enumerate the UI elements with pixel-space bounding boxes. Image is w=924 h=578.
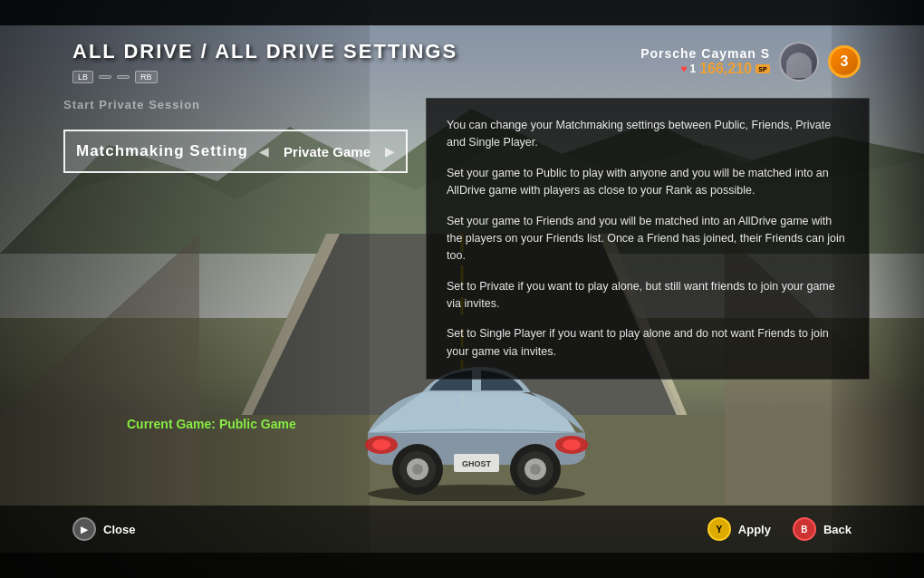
car-credits: ♥ 1 166,210 SP xyxy=(640,61,770,77)
header: ALL DRIVE / ALL DRIVE SETTINGS LB RB Por… xyxy=(0,25,924,98)
rb-hint: RB xyxy=(135,71,158,83)
apply-button[interactable]: Y Apply xyxy=(707,517,771,541)
credits-icon: SP xyxy=(756,64,770,73)
like-number: 1 xyxy=(689,63,696,75)
level-badge: 3 xyxy=(828,45,861,78)
lb-hint: LB xyxy=(72,71,93,83)
like-count: ♥ 1 xyxy=(680,63,696,75)
bottom-controls: ▶ Close Y Apply B Back xyxy=(0,506,924,553)
apply-btn-label: Apply xyxy=(738,523,771,536)
page-title: ALL DRIVE / ALL DRIVE SETTINGS xyxy=(72,40,457,63)
close-btn-icon: ▶ xyxy=(72,517,96,541)
main-content: Start Private Session Matchmaking Settin… xyxy=(63,98,870,506)
back-btn-label: Back xyxy=(823,523,852,536)
right-controls: Y Apply B Back xyxy=(707,517,852,541)
info-paragraph-4: Set to Private if you want to play alone… xyxy=(447,278,849,313)
top-bar xyxy=(0,0,924,25)
back-button[interactable]: B Back xyxy=(793,517,852,541)
current-game-label: Current Game: Public Game xyxy=(127,417,296,431)
start-session-label: Start Private Session xyxy=(63,98,408,111)
credits-amount: 166,210 xyxy=(699,61,752,77)
hint-box-1 xyxy=(99,75,111,79)
setting-value: Private Game xyxy=(284,144,371,159)
back-btn-icon: B xyxy=(793,517,816,541)
close-btn-symbol: ▶ xyxy=(81,525,88,535)
info-paragraph-1: You can change your Matchmaking settings… xyxy=(447,117,849,152)
arrow-right-btn[interactable]: ▶ xyxy=(385,144,395,159)
heart-icon: ♥ xyxy=(680,63,687,75)
apply-btn-icon: Y xyxy=(707,517,731,541)
info-panel: You can change your Matchmaking settings… xyxy=(426,98,870,380)
player-info: Porsche Cayman S ♥ 1 166,210 SP 3 xyxy=(640,42,861,82)
car-name-area: Porsche Cayman S ♥ 1 166,210 SP xyxy=(640,46,770,77)
close-button[interactable]: ▶ Close xyxy=(72,517,135,541)
button-hints: LB RB xyxy=(72,71,457,83)
info-paragraph-3: Set your game to Friends and you will be… xyxy=(447,213,849,265)
hint-box-2 xyxy=(117,75,130,79)
arrow-left-btn[interactable]: ◀ xyxy=(259,144,269,159)
setting-label: Matchmaking Setting xyxy=(76,142,259,160)
info-paragraph-2: Set your game to Public to play with any… xyxy=(447,165,849,200)
setting-row: Matchmaking Setting ◀ Private Game ▶ xyxy=(63,130,408,173)
close-btn-label: Close xyxy=(103,523,135,536)
car-name: Porsche Cayman S xyxy=(640,46,770,61)
header-left: ALL DRIVE / ALL DRIVE SETTINGS LB RB xyxy=(72,40,457,83)
apply-btn-symbol: Y xyxy=(716,525,722,535)
back-btn-symbol: B xyxy=(801,525,807,535)
info-paragraph-5: Set to Single Player if you want to play… xyxy=(447,325,849,361)
avatar-silhouette xyxy=(786,53,812,78)
bottom-bar xyxy=(0,553,924,578)
player-avatar xyxy=(779,42,819,82)
left-panel: Start Private Session Matchmaking Settin… xyxy=(63,98,408,173)
